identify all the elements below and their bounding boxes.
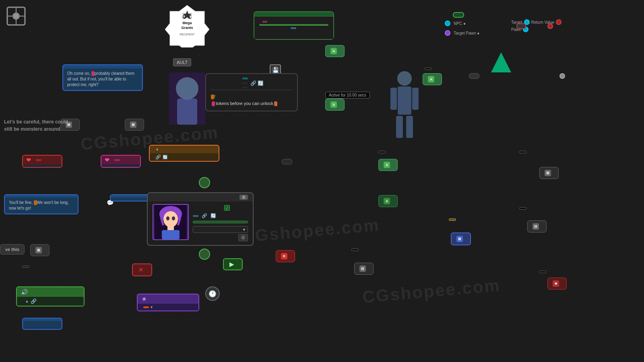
- reward-tag: [274, 101, 277, 106]
- ill-lead-node[interactable]: ⊞: [125, 119, 144, 131]
- patrol-icon: ⚔: [330, 48, 337, 54]
- character-id-panel[interactable]: ①: [147, 192, 254, 246]
- npc-model-area: [386, 68, 423, 141]
- patrol-area-node[interactable]: ⚔: [325, 45, 345, 57]
- timing-cancel-0: [351, 249, 359, 251]
- svg-point-85: [176, 77, 198, 100]
- can-see-pawn-node[interactable]: [453, 12, 464, 18]
- ault-button[interactable]: AULT: [173, 58, 191, 66]
- not-node[interactable]: [516, 23, 526, 29]
- svg-marker-77: [491, 52, 511, 72]
- char-name-tag: [91, 71, 95, 76]
- play-sound-icon: 🔊: [21, 289, 28, 295]
- when-stopped-icon: ⊟: [533, 223, 539, 230]
- relationship-node-2[interactable]: ❤: [101, 155, 141, 168]
- close-dialogue-icon: ✕: [138, 267, 143, 273]
- char-profile-value: [193, 215, 198, 217]
- move-icon: ⚔: [428, 76, 434, 82]
- think-about-it-node[interactable]: ▾ 🔗 🔄: [149, 145, 219, 162]
- enemy-spotted-node[interactable]: ⚔: [325, 99, 345, 111]
- timing-br: [539, 271, 547, 273]
- play-btn-1[interactable]: [199, 177, 210, 188]
- svg-point-91: [172, 216, 175, 220]
- player1-lower[interactable]: [22, 318, 62, 330]
- target-count-tag: [262, 21, 267, 23]
- event-trigger-icon: ★: [142, 296, 147, 302]
- triangle-node[interactable]: [491, 52, 511, 74]
- play-sound-node[interactable]: 🔊 ● 🔗: [16, 286, 85, 306]
- svg-rect-69: [14, 14, 19, 19]
- cancel-node[interactable]: ✕: [276, 250, 295, 262]
- get-player-name: [34, 200, 37, 205]
- targeting-node[interactable]: [282, 159, 292, 165]
- out-of-range-node[interactable]: ⚔: [378, 195, 398, 207]
- close-dialogue-btn[interactable]: ✕: [132, 263, 152, 276]
- moving-last-known-node[interactable]: [469, 73, 479, 79]
- ill-lead-player1: [111, 197, 149, 201]
- svg-rect-83: [406, 116, 413, 138]
- npc-portrait-area: [169, 72, 205, 126]
- speaker-value: [242, 78, 248, 79]
- svg-text:Mega: Mega: [182, 21, 192, 25]
- advance-btn[interactable]: ▶: [223, 258, 243, 270]
- player2-lower[interactable]: You'll be fine, We won't be long, now le…: [4, 194, 78, 214]
- move-to-target-node[interactable]: ⚔: [423, 73, 442, 85]
- validate-target-node[interactable]: ⚔: [378, 159, 398, 171]
- relationship-node-1[interactable]: ❤: [22, 155, 62, 168]
- svg-rect-81: [412, 88, 419, 110]
- logo-area: [4, 4, 32, 28]
- epic-badge: EPIC Mega Grants RECIPIENT: [165, 3, 209, 47]
- cancel-icon: ✕: [281, 253, 287, 259]
- rel-player2-2: [101, 165, 140, 167]
- timing-validate: [378, 151, 386, 153]
- can-see-pawn-ports: NPC ● Target Pawn ●: [445, 19, 479, 37]
- timing-active-135: [449, 218, 456, 221]
- svg-rect-80: [390, 88, 397, 110]
- map-value: [143, 306, 149, 308]
- svg-rect-86: [177, 99, 197, 125]
- out-range-icon: ⚔: [384, 198, 390, 204]
- transition-value-el[interactable]: ▾: [193, 226, 248, 233]
- event-trigger-node[interactable]: ★ ▾: [137, 294, 199, 311]
- svg-rect-79: [398, 86, 411, 115]
- dialogue-panel[interactable]: 🔗 🔄 ! tokens before you can unlock: [205, 73, 298, 111]
- objective-node[interactable]: [254, 11, 334, 40]
- rel-player2-1: [23, 165, 62, 167]
- timing-right: [519, 151, 526, 153]
- attack-over-node[interactable]: ⊟: [354, 263, 374, 275]
- profile-value: [242, 83, 247, 84]
- player-desc: Let's be careful, there could still be m…: [4, 117, 72, 133]
- svg-point-90: [166, 216, 169, 220]
- enemy-icon: ⚔: [330, 101, 337, 108]
- timing-attack-0: [519, 207, 526, 210]
- svg-point-89: [163, 211, 178, 227]
- history-btn[interactable]: 🕐: [205, 286, 220, 301]
- allows-brief: [22, 265, 29, 268]
- item-count-tag: [212, 101, 215, 106]
- svg-rect-93: [162, 230, 180, 239]
- attack-icon: ⊞: [456, 236, 463, 242]
- head-back-node[interactable]: ⊞: [30, 244, 50, 256]
- when-stopped-node[interactable]: ⊟: [527, 220, 547, 232]
- pose-value: [193, 221, 248, 223]
- svg-text:RECIPIENT: RECIPIENT: [180, 33, 195, 36]
- play-btn-2[interactable]: [199, 249, 210, 260]
- char-portrait: [153, 204, 189, 240]
- ve-this-node[interactable]: ve this: [0, 244, 25, 255]
- player2-node[interactable]: Oh come on, probably cleared them all ou…: [62, 64, 143, 91]
- is-right-hand-cb[interactable]: ✓: [224, 205, 230, 211]
- advance-icon: ▶: [229, 261, 234, 267]
- rel-value-1: [36, 159, 41, 161]
- finish-node[interactable]: ★: [547, 278, 567, 290]
- svg-rect-82: [396, 116, 403, 138]
- canvas-background: [0, 0, 644, 362]
- timing-move: [425, 68, 432, 70]
- attack-over-icon: ⊟: [359, 265, 366, 272]
- portrait-fade-value: [242, 87, 247, 88]
- active-timer: [259, 24, 328, 26]
- timing-enemy: Active for 10.00 secs: [325, 92, 370, 99]
- player1-node[interactable]: [110, 194, 150, 202]
- movement-node[interactable]: ⊞: [539, 167, 559, 179]
- attack-node[interactable]: ⊞: [451, 232, 471, 245]
- svg-point-78: [397, 71, 412, 86]
